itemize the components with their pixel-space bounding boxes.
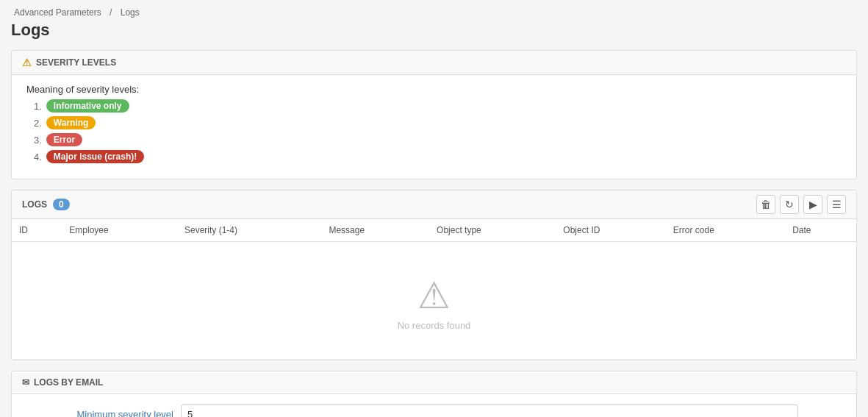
severity-levels-panel: ⚠ SEVERITY LEVELS Meaning of severity le… xyxy=(11,50,857,179)
severity-item-3: 3. Error xyxy=(34,133,842,146)
logs-label: LOGS xyxy=(22,199,47,210)
no-records-icon: ⚠ xyxy=(34,277,834,314)
logs-table: IDEmployeeSeverity (1-4)MessageObject ty… xyxy=(12,219,856,360)
col-header-message: Message xyxy=(321,219,429,242)
menu-logs-button[interactable]: ☰ xyxy=(827,195,846,214)
min-severity-input[interactable] xyxy=(181,404,798,417)
logs-table-wrapper: IDEmployeeSeverity (1-4)MessageObject ty… xyxy=(12,219,856,360)
breadcrumb-current: Logs xyxy=(121,7,140,18)
col-header-severity--1-4-: Severity (1-4) xyxy=(177,219,321,242)
email-panel-title: LOGS BY EMAIL xyxy=(34,377,103,388)
col-header-date: Date xyxy=(785,219,856,242)
email-icon: ✉ xyxy=(22,377,29,388)
col-header-id: ID xyxy=(12,219,62,242)
email-panel-header: ✉ LOGS BY EMAIL xyxy=(12,371,856,394)
severity-panel-header: ⚠ SEVERITY LEVELS xyxy=(12,51,856,75)
page-title: Logs xyxy=(11,21,857,40)
logs-count-badge: 0 xyxy=(53,199,70,210)
logs-table-body: ⚠ No records found xyxy=(12,242,856,360)
no-records-text: No records found xyxy=(398,320,471,331)
col-header-error-code: Error code xyxy=(666,219,785,242)
terminal-logs-button[interactable]: ▶ xyxy=(803,195,822,214)
email-panel-body: Minimum severity level xyxy=(12,394,856,417)
breadcrumb: Advanced Parameters / Logs xyxy=(11,7,857,18)
logs-panel-header-left: LOGS 0 xyxy=(22,199,70,210)
warning-icon: ⚠ xyxy=(22,57,32,68)
severity-list: 1. Informative only2. Warning3. Error4. … xyxy=(26,99,842,163)
breadcrumb-separator: / xyxy=(110,7,112,18)
severity-item-2: 2. Warning xyxy=(34,116,842,129)
severity-panel-body: Meaning of severity levels: 1. Informati… xyxy=(12,75,856,179)
severity-item-4: 4. Major issue (crash)! xyxy=(34,150,842,163)
min-severity-label: Minimum severity level xyxy=(26,409,173,417)
breadcrumb-parent: Advanced Parameters xyxy=(14,7,101,18)
col-header-object-type: Object type xyxy=(429,219,556,242)
severity-item-1: 1. Informative only xyxy=(34,99,842,113)
logs-panel: LOGS 0 🗑 ↻ ▶ ☰ IDEmployeeSeverity (1-4)M… xyxy=(11,190,857,360)
logs-table-header-row: IDEmployeeSeverity (1-4)MessageObject ty… xyxy=(12,219,856,242)
min-severity-row: Minimum severity level xyxy=(26,404,842,417)
logs-panel-header: LOGS 0 🗑 ↻ ▶ ☰ xyxy=(12,190,856,219)
severity-panel-title: SEVERITY LEVELS xyxy=(36,57,116,68)
delete-logs-button[interactable]: 🗑 xyxy=(756,195,775,214)
col-header-object-id: Object ID xyxy=(556,219,665,242)
severity-intro: Meaning of severity levels: xyxy=(26,84,842,95)
no-records-area: ⚠ No records found xyxy=(19,248,849,353)
col-header-employee: Employee xyxy=(62,219,177,242)
refresh-logs-button[interactable]: ↻ xyxy=(780,195,799,214)
email-panel: ✉ LOGS BY EMAIL Minimum severity level 💾 xyxy=(11,371,857,417)
logs-panel-header-right: 🗑 ↻ ▶ ☰ xyxy=(756,195,846,214)
